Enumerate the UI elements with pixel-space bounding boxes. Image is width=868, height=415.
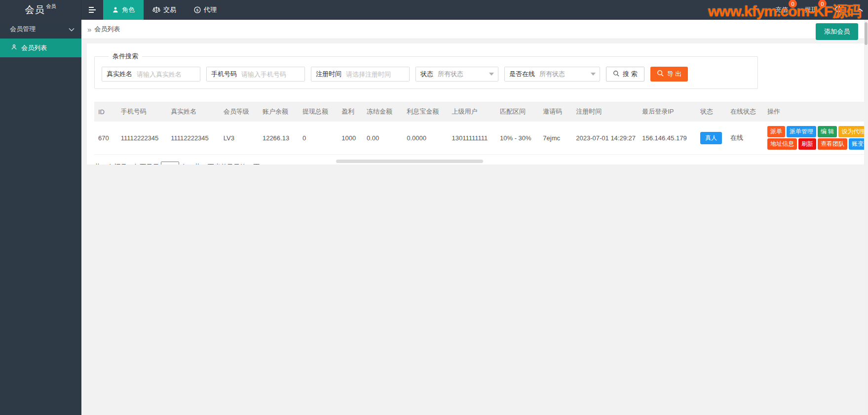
scales-icon <box>152 6 160 13</box>
col-profit: 盈利 <box>338 102 363 122</box>
breadcrumb-title: 会员列表 <box>94 25 120 34</box>
export-button-label: 导 出 <box>667 70 682 79</box>
col-actions: 操作 <box>763 102 865 122</box>
user-menu-toggle[interactable] <box>857 6 863 14</box>
recharge-menu-item[interactable]: 充值 0 <box>773 5 790 14</box>
col-last-ip: 最后登录IP <box>638 102 696 122</box>
svg-text:$: $ <box>196 8 199 12</box>
person-icon <box>112 6 119 13</box>
cell-invite-code: 7ejmc <box>539 122 572 155</box>
refresh-icon <box>834 7 842 14</box>
dollar-icon: $ <box>194 6 201 13</box>
person-icon <box>11 44 17 52</box>
cell-phone: 11112222345 <box>117 122 167 155</box>
horizontal-scrollbar-thumb[interactable] <box>336 160 483 163</box>
online-label: 是否在线 <box>505 70 539 79</box>
col-status: 状态 <box>696 102 726 122</box>
status-field-group: 状态 所有状态 <box>415 67 498 82</box>
top-header: 会员 会员 角色 交易 $ 代理 充值 0 提现 0 <box>0 0 868 20</box>
refresh-button[interactable] <box>832 5 844 14</box>
status-label: 状态 <box>416 70 438 79</box>
col-parent-user: 上级用户 <box>448 102 496 122</box>
edit-button[interactable]: 编 辑 <box>818 126 837 137</box>
real-name-field-group: 真实姓名 <box>102 67 200 82</box>
menu-toggle-button[interactable] <box>81 0 103 20</box>
logo-sup-text: 会员 <box>46 3 56 10</box>
cell-profit: 1000 <box>338 122 363 155</box>
vertical-scrollbar-thumb[interactable] <box>865 22 868 45</box>
dropdown-arrow-icon <box>591 73 596 76</box>
refresh-row-button[interactable]: 刷新 <box>798 138 816 150</box>
sidebar-item-label: 会员列表 <box>21 43 47 52</box>
col-register-time: 注册时间 <box>572 102 638 122</box>
col-phone: 手机号码 <box>117 102 167 122</box>
view-team-button[interactable]: 查看团队 <box>818 138 847 150</box>
col-id: ID <box>94 102 117 122</box>
withdraw-menu-item[interactable]: 提现 0 <box>803 5 820 14</box>
dispatch-button[interactable]: 派单 <box>767 126 785 137</box>
col-balance: 账户余额 <box>259 102 299 122</box>
sidebar-group-label: 会员管理 <box>10 25 36 34</box>
phone-field-group: 手机号码 <box>206 67 305 82</box>
phone-input[interactable] <box>241 68 304 81</box>
col-real-name: 真实姓名 <box>167 102 220 122</box>
tab-agent[interactable]: $ 代理 <box>185 0 226 20</box>
col-withdraw-total: 提现总额 <box>299 102 338 122</box>
cell-balance: 12266.13 <box>259 122 299 155</box>
col-interest: 利息宝金额 <box>403 102 448 122</box>
online-select-value: 所有状态 <box>539 70 565 79</box>
search-fieldset: 条件搜索 真实姓名 手机号码 注册时间 状态 所有状态 <box>94 52 758 89</box>
tab-roles[interactable]: 角色 <box>103 0 144 20</box>
sidebar: 会员管理 会员列表 <box>0 20 81 415</box>
table-header-row: ID 手机号码 真实姓名 会员等级 账户余额 提现总额 盈利 冻结金额 利息宝金… <box>94 102 865 122</box>
register-time-input[interactable] <box>346 68 409 81</box>
members-table-wrap: ID 手机号码 真实姓名 会员等级 账户余额 提现总额 盈利 冻结金额 利息宝金… <box>94 102 865 155</box>
cell-last-ip: 156.146.45.179 <box>638 122 696 155</box>
vertical-scrollbar-track[interactable] <box>864 20 868 415</box>
app-logo: 会员 会员 <box>0 0 81 20</box>
logo-text: 会员 <box>25 3 45 16</box>
dispatch-manage-button[interactable]: 派单管理 <box>787 126 816 137</box>
col-level: 会员等级 <box>220 102 259 122</box>
cell-actions: 派单 派单管理 编 辑 设为代理 禁用 地址信息 刷新 查看团队 账变 设为假人 <box>763 122 865 155</box>
cell-frozen: 0.00 <box>363 122 403 155</box>
col-frozen: 冻结金额 <box>363 102 403 122</box>
real-name-input[interactable] <box>137 68 200 81</box>
account-change-button[interactable]: 账变 <box>849 138 865 150</box>
search-button-label: 搜 索 <box>623 70 638 79</box>
register-time-label: 注册时间 <box>311 70 346 79</box>
chevron-down-icon <box>69 26 75 33</box>
breadcrumb-icon: » <box>87 25 91 34</box>
cell-parent-user: 13011111111 <box>448 122 496 155</box>
sidebar-item-member-list[interactable]: 会员列表 <box>0 39 81 57</box>
recharge-badge: 0 <box>789 0 797 8</box>
page-size-select[interactable]: 20 <box>161 162 179 165</box>
col-invite-code: 邀请码 <box>539 102 572 122</box>
chevron-up-icon <box>857 6 863 14</box>
export-search-icon <box>657 70 664 79</box>
col-online: 在线状态 <box>726 102 763 122</box>
add-member-button[interactable]: 添加会员 <box>816 23 858 40</box>
search-icon <box>613 70 620 79</box>
status-select[interactable]: 所有状态 <box>438 67 498 81</box>
tab-trade[interactable]: 交易 <box>144 0 185 20</box>
recharge-label: 充值 <box>775 6 788 13</box>
withdraw-label: 提现 <box>805 6 818 13</box>
cell-level: LV3 <box>220 122 259 155</box>
status-badge[interactable]: 真人 <box>700 132 722 144</box>
sidebar-group-member-management[interactable]: 会员管理 <box>0 20 81 39</box>
members-table: ID 手机号码 真实姓名 会员等级 账户余额 提现总额 盈利 冻结金额 利息宝金… <box>94 102 865 155</box>
search-button[interactable]: 搜 索 <box>606 67 644 82</box>
cell-match-range: 10% - 30% <box>496 122 539 155</box>
tab-roles-label: 角色 <box>122 5 135 14</box>
address-info-button[interactable]: 地址信息 <box>767 138 797 150</box>
search-legend: 条件搜索 <box>109 52 142 61</box>
export-button[interactable]: 导 出 <box>650 67 688 82</box>
set-agent-button[interactable]: 设为代理 <box>838 126 865 137</box>
table-row: 670 11112222345 11112222345 LV3 12266.13… <box>94 122 865 155</box>
cell-real-name: 11112222345 <box>167 122 220 155</box>
register-time-field-group: 注册时间 <box>311 67 410 82</box>
pagination-prefix: 共 1 条记录，每页显示 <box>94 163 159 165</box>
cell-status: 真人 <box>696 122 726 155</box>
online-select[interactable]: 所有状态 <box>539 67 600 81</box>
